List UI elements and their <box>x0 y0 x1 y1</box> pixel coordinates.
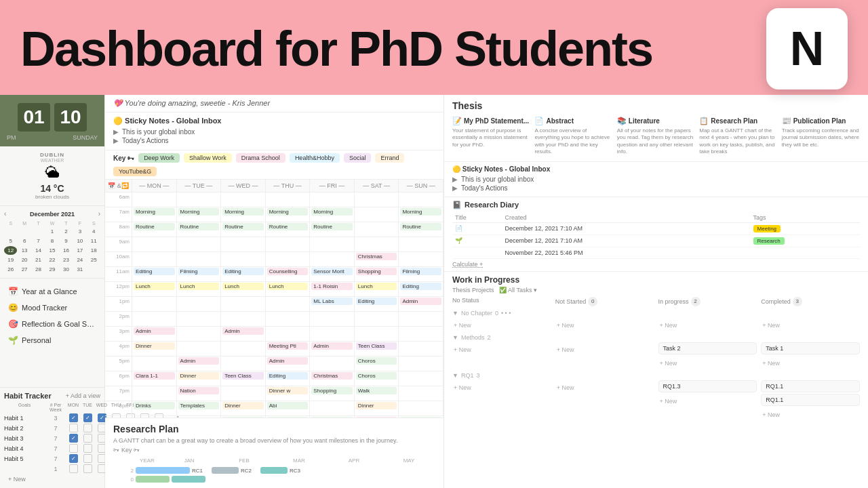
sidebar-item-personal[interactable]: 🌱 Personal <box>4 333 100 348</box>
add-rq1-not-started[interactable]: + New <box>555 383 576 392</box>
calendar-event[interactable]: Dinner w <box>267 387 309 394</box>
cal-day[interactable]: 15 <box>45 246 58 255</box>
tag-youtube[interactable]: YouTube&G <box>113 167 157 176</box>
calendar-event[interactable]: Admin <box>222 327 264 335</box>
calendar-event[interactable]: Shopping <box>311 387 353 394</box>
habit-6-tue[interactable] <box>83 464 92 473</box>
sidebar-item-reflection[interactable]: 🎯 Reflection & Goal Se... <box>4 317 100 331</box>
cal-day-today[interactable]: 12 <box>4 246 17 255</box>
habit-4-tue[interactable] <box>83 444 92 453</box>
cal-day[interactable]: 26 <box>4 265 17 274</box>
kanban-card-rq13[interactable]: RQ1.3 <box>658 380 757 392</box>
calendar-event[interactable]: Admin <box>178 357 220 365</box>
tag-deep-work[interactable]: Deep Work <box>138 153 180 163</box>
calendar-event[interactable]: Counselling <box>267 268 309 275</box>
habit-5-tue[interactable] <box>83 454 92 463</box>
calendar-event[interactable]: Routine <box>134 223 175 230</box>
tag-drama-school[interactable]: Drama School <box>236 153 285 163</box>
habit-5-mon[interactable] <box>69 454 78 463</box>
calendar-event[interactable]: Drinks <box>134 402 175 409</box>
calendar-event[interactable]: Routine <box>222 223 264 230</box>
group-label-methods[interactable]: ▼ Methods 2 <box>452 333 860 342</box>
add-in-progress[interactable]: + New <box>658 321 679 330</box>
group-label-no-chapter[interactable]: ▼ No Chapter 0 • • • <box>452 308 860 318</box>
kanban-card-rq11b[interactable]: RQ1.1 <box>761 394 860 406</box>
cal-day[interactable]: 10 <box>73 237 86 245</box>
calendar-event[interactable]: Morning <box>178 208 220 216</box>
calendar-event[interactable]: Dinner <box>134 342 175 350</box>
calendar-event[interactable]: Admin <box>311 342 353 350</box>
calendar-event[interactable]: Evening Rout <box>222 417 264 418</box>
calendar-event[interactable]: Evening <box>400 417 441 418</box>
cal-day[interactable]: 30 <box>60 265 73 274</box>
calendar-event[interactable]: Evening Rout <box>311 417 353 418</box>
calendar-event[interactable]: Lunch <box>267 283 309 290</box>
calendar-event[interactable]: Nation <box>178 387 220 394</box>
calendar-event[interactable]: Admin <box>400 298 441 305</box>
cal-day[interactable]: 22 <box>45 256 58 264</box>
habit-2-tue[interactable] <box>83 424 92 432</box>
kanban-card-task1[interactable]: Task 1 <box>761 342 860 354</box>
calendar-event[interactable]: Editing <box>222 268 264 275</box>
add-view-button[interactable]: + Add a view <box>66 392 100 399</box>
calendar-event[interactable]: Dinner <box>356 402 397 409</box>
tag-social[interactable]: Social <box>344 153 372 163</box>
calendar-event[interactable]: Morning <box>400 208 441 216</box>
habit-6-mon[interactable] <box>69 464 78 473</box>
cal-day[interactable]: 19 <box>4 256 17 264</box>
tag-shallow-work[interactable]: Shallow Work <box>184 153 232 163</box>
cal-day[interactable]: 6 <box>18 237 31 245</box>
calendar-event[interactable]: Routine <box>311 223 353 230</box>
add-methods-in-progress[interactable]: + New <box>658 359 679 368</box>
habit-4-mon[interactable] <box>69 444 78 453</box>
cal-day[interactable] <box>4 227 17 236</box>
habit-1-mon[interactable] <box>69 413 78 422</box>
add-rq1-completed[interactable]: + New <box>761 410 781 420</box>
calendar-event[interactable]: Admin <box>267 357 309 365</box>
cal-day[interactable]: 5 <box>4 237 17 245</box>
calendar-event[interactable]: Clara 1-1 <box>134 372 175 380</box>
add-rq1-no-status[interactable]: + New <box>452 383 473 392</box>
calendar-event[interactable]: Meeting Ptl <box>267 342 309 350</box>
calendar-next[interactable]: › <box>98 210 100 218</box>
kanban-card-rq11a[interactable]: RQ1.1 <box>761 380 860 392</box>
calendar-event[interactable]: Teen Class <box>222 372 264 380</box>
cal-day[interactable]: 11 <box>87 237 100 245</box>
cal-day[interactable]: 7 <box>32 237 45 245</box>
cal-day[interactable]: 2 <box>60 227 73 236</box>
calendar-event[interactable]: Abi <box>267 402 309 409</box>
cal-day[interactable]: 1 <box>45 227 58 236</box>
add-methods-no-status[interactable]: + New <box>452 345 473 354</box>
thesis-card-publication[interactable]: 📰 Publication Plan Track upcoming confer… <box>782 117 860 156</box>
sidebar-item-mood[interactable]: 😊 Mood Tracker <box>4 300 100 315</box>
calendar-event[interactable]: Sensor Morit <box>311 268 353 275</box>
cal-day[interactable]: 4 <box>87 227 100 236</box>
cal-day[interactable]: 3 <box>73 227 86 236</box>
calendar-event[interactable]: Shopping <box>356 268 397 275</box>
diary-row-2[interactable]: 🌱 December 12, 2021 7:10 AM Research <box>452 235 860 247</box>
calendar-event[interactable]: Lunch <box>222 283 264 290</box>
calendar-event[interactable]: Walk <box>356 387 397 394</box>
calendar-event[interactable]: Lunch <box>178 283 220 290</box>
cal-day[interactable]: 17 <box>73 246 86 255</box>
cal-day[interactable]: 25 <box>87 256 100 264</box>
calendar-event[interactable]: Editing <box>267 372 309 380</box>
cal-day[interactable]: 9 <box>60 237 73 245</box>
calendar-event[interactable]: Evening Rout <box>267 417 309 418</box>
cal-day[interactable] <box>18 227 31 236</box>
cal-day[interactable] <box>87 265 100 274</box>
cal-day[interactable]: 28 <box>32 265 45 274</box>
cal-day[interactable]: 13 <box>18 246 31 255</box>
group-label-rq1[interactable]: ▼ RQ1 3 <box>452 371 860 380</box>
sidebar-item-year[interactable]: 📅 Year at a Glance <box>4 284 100 299</box>
habit-2-mon[interactable] <box>69 424 78 432</box>
habit-3-mon[interactable] <box>69 434 78 443</box>
cal-day[interactable]: 31 <box>73 265 86 274</box>
cal-day[interactable]: 16 <box>60 246 73 255</box>
cal-day[interactable]: 27 <box>18 265 31 274</box>
calendar-event[interactable]: Dinner <box>178 372 220 380</box>
calendar-event[interactable]: Editing <box>356 298 397 305</box>
thesis-card-phd-statement[interactable]: 📝 My PhD Statement... Your statement of … <box>452 117 530 156</box>
cal-day[interactable] <box>32 227 45 236</box>
calendar-event[interactable]: Christmas <box>356 253 397 260</box>
